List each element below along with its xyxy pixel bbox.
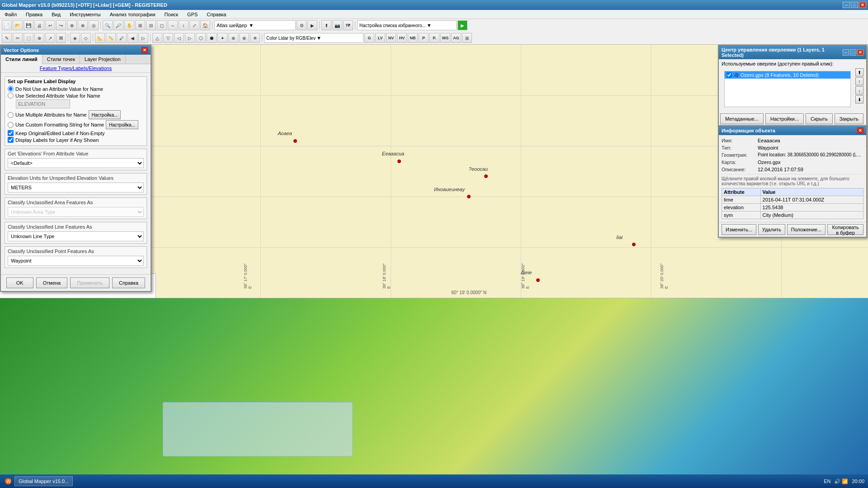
apply-button[interactable]: Применить	[70, 277, 109, 288]
tb2-btn22[interactable]: ⊗	[239, 33, 249, 43]
radio-no-attribute-input[interactable]	[8, 86, 14, 92]
taskbar-app-item[interactable]: Global Mapper v15.0...	[14, 476, 73, 486]
map-point-5[interactable]	[632, 243, 636, 246]
menu-help[interactable]: Справка	[204, 11, 229, 18]
keep-original-input[interactable]	[8, 130, 14, 136]
btn18[interactable]: ⤢	[189, 20, 199, 30]
multiple-attrs-btn[interactable]: Настройка...	[89, 110, 121, 119]
tb2-btn9[interactable]: 📐	[95, 33, 105, 43]
print-button[interactable]: 🖨	[34, 20, 44, 30]
tab-line-styles[interactable]: Стили линий	[1, 55, 42, 64]
menu-file[interactable]: Файл	[2, 11, 19, 18]
tb2-btn-nv[interactable]: NV	[386, 33, 396, 43]
overlay-min-btn[interactable]: ─	[843, 49, 849, 56]
menu-tools[interactable]: Инструменты	[67, 11, 104, 18]
atlas-btn2[interactable]: ▶	[307, 20, 317, 30]
zoom-out-btn[interactable]: 🔎	[113, 20, 123, 30]
ok-button[interactable]: OK	[6, 277, 33, 288]
menu-search[interactable]: Поиск	[162, 11, 181, 18]
tab-point-styles[interactable]: Стили точек	[42, 55, 80, 64]
menu-view[interactable]: Вид	[49, 11, 63, 18]
tb2-btn-p[interactable]: P	[419, 33, 429, 43]
tb2-btn-g[interactable]: G	[364, 33, 374, 43]
elevation-units-dropdown[interactable]: METERS	[8, 183, 144, 192]
tb2-btn-nb[interactable]: NB	[408, 33, 418, 43]
tb2-btn16[interactable]: ◁	[174, 33, 184, 43]
tb2-btn12[interactable]: ◀	[127, 33, 137, 43]
map-point-2[interactable]	[397, 160, 401, 163]
overlay-down-bottom-btn[interactable]: ⬇	[855, 95, 863, 103]
btn8[interactable]: ⊗	[78, 20, 88, 30]
menu-analysis[interactable]: Анализ топографии	[107, 11, 158, 18]
minimize-button[interactable]: ─	[843, 2, 850, 8]
btn7[interactable]: ⊕	[67, 20, 77, 30]
tb2-btn2[interactable]: ✂	[13, 33, 23, 43]
display-labels-input[interactable]	[8, 137, 14, 143]
menu-edit[interactable]: Правка	[23, 11, 45, 18]
btn15[interactable]: ◻	[157, 20, 167, 30]
position-btn[interactable]: Положение...	[787, 224, 826, 235]
metadata-btn[interactable]: Метаданные...	[720, 113, 764, 124]
tb2-btn-pc[interactable]: P.	[429, 33, 439, 43]
map-point-3[interactable]	[484, 174, 488, 178]
tb2-btn-ag[interactable]: AG	[451, 33, 461, 43]
undo-button[interactable]: ↩	[45, 20, 55, 30]
overlay-max-btn[interactable]: □	[850, 49, 856, 56]
map-point-4[interactable]	[467, 195, 471, 198]
lidar-dropdown[interactable]: Color Lidar by RGB/Elev ▼	[264, 33, 363, 43]
tb2-btn3[interactable]: ⬚	[24, 33, 33, 43]
cancel-button[interactable]: Отмена	[36, 277, 67, 288]
menu-gps[interactable]: GPS	[184, 11, 200, 18]
tb2-btn23[interactable]: ✵	[250, 33, 260, 43]
atlas-dropdown[interactable]: Atlas шейдер ▼	[214, 20, 296, 30]
tb2-btn5[interactable]: ↗	[45, 33, 55, 43]
tb2-btn1[interactable]: ✎	[2, 33, 12, 43]
tb2-btn20[interactable]: ✦	[217, 33, 227, 43]
btn16[interactable]: ↔	[168, 20, 178, 30]
line-features-dropdown[interactable]: Unknown Line Type	[8, 231, 144, 241]
edit-btn[interactable]: Изменить...	[722, 224, 756, 235]
info-close-btn[interactable]: ✕	[857, 127, 863, 134]
map-point-1[interactable]	[293, 139, 297, 143]
radio-multiple-attrs-input[interactable]	[8, 112, 14, 118]
pan-btn[interactable]: ✋	[124, 20, 134, 30]
open-button[interactable]: 📂	[13, 20, 23, 30]
tb2-btn-hv[interactable]: HV	[397, 33, 407, 43]
tb2-btn17[interactable]: ▷	[185, 33, 195, 43]
play-btn[interactable]: ▶	[458, 20, 467, 30]
overlay-up-top-btn[interactable]: ⬆	[855, 68, 863, 76]
tb2-btn8[interactable]: ◇	[81, 33, 91, 43]
btn13[interactable]: ⊞	[135, 20, 145, 30]
close-overlay-btn[interactable]: Закрыть	[835, 113, 863, 124]
tb2-btn18[interactable]: ⬡	[196, 33, 206, 43]
tb2-btn14[interactable]: △	[152, 33, 162, 43]
capture-btn[interactable]: 📷	[332, 20, 342, 30]
custom-format-btn[interactable]: Настройка...	[106, 120, 138, 129]
export-btn[interactable]: ⬆	[321, 20, 331, 30]
btn19[interactable]: 🏠	[200, 20, 210, 30]
start-button[interactable]: W	[4, 477, 13, 486]
zoom-in-btn[interactable]: 🔍	[103, 20, 113, 30]
new-button[interactable]: 📄	[2, 20, 12, 30]
tb2-btn-lv[interactable]: LV	[375, 33, 385, 43]
tb2-btn19[interactable]: ⬢	[207, 33, 217, 43]
btn9[interactable]: ◎	[89, 20, 99, 30]
save-button[interactable]: 💾	[24, 20, 33, 30]
tb2-btn4[interactable]: ⊕	[34, 33, 44, 43]
copy-btn[interactable]: Копировать в буфер	[827, 224, 863, 235]
hide-btn[interactable]: Скрыть	[806, 113, 833, 124]
overlay-close-btn[interactable]: ✕	[857, 49, 863, 56]
map-point-6[interactable]	[536, 278, 540, 282]
tb2-btn-ws[interactable]: WS	[440, 33, 450, 43]
overlay-layer-checkbox[interactable]	[726, 72, 732, 78]
elevation-textbox[interactable]	[16, 99, 70, 108]
vector-close-btn[interactable]: ✕	[142, 47, 148, 53]
overlay-down-btn[interactable]: ↓	[855, 86, 863, 94]
area-features-dropdown[interactable]: Unknown Area Type	[8, 207, 144, 217]
overlay-up-btn[interactable]: ↑	[855, 77, 863, 85]
redo-button[interactable]: ↪	[56, 20, 66, 30]
tb2-btn13[interactable]: ▷	[138, 33, 148, 43]
atlas-btn1[interactable]: ⚙	[297, 20, 307, 30]
tb2-btn7[interactable]: ◈	[70, 33, 80, 43]
settings-dropdown[interactable]: Настройка списка избранного... ▼	[357, 20, 457, 30]
